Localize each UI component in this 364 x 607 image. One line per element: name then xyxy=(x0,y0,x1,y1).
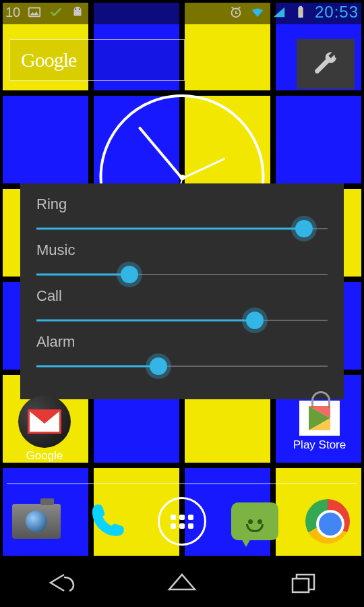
folder-icon xyxy=(18,395,71,448)
google-search-widget[interactable]: Google xyxy=(9,39,185,81)
google-folder[interactable]: Google xyxy=(11,395,78,463)
volume-label: Ring xyxy=(36,196,328,213)
svg-rect-7 xyxy=(293,579,309,592)
home-button[interactable] xyxy=(142,562,222,603)
recents-icon xyxy=(287,569,320,596)
picture-icon xyxy=(27,5,42,20)
dock xyxy=(0,491,364,552)
volume-control-widget: Ring Music Call Alarm xyxy=(20,183,344,399)
volume-label: Call xyxy=(36,287,328,305)
app-label: Google xyxy=(11,449,78,463)
android-icon xyxy=(70,5,85,20)
chrome-icon xyxy=(305,499,350,544)
notification-count: 10 xyxy=(5,5,20,20)
apps-drawer-button[interactable] xyxy=(155,494,209,548)
volume-row-ring: Ring xyxy=(36,196,328,239)
ring-volume-slider[interactable] xyxy=(36,219,328,239)
music-volume-slider[interactable] xyxy=(36,264,328,285)
messaging-icon xyxy=(231,502,278,540)
volume-row-alarm: Alarm xyxy=(36,333,328,376)
svg-rect-6 xyxy=(299,6,302,8)
alarm-volume-slider[interactable] xyxy=(36,356,328,376)
play-store-icon xyxy=(299,401,340,436)
chrome-app[interactable] xyxy=(301,494,355,548)
status-bar[interactable]: 10 20:53 xyxy=(0,0,364,24)
battery-charging-icon xyxy=(293,5,308,20)
google-search-label: Google xyxy=(21,49,76,71)
clock-hour-hand xyxy=(181,157,225,179)
camera-app[interactable] xyxy=(9,494,63,548)
call-volume-slider[interactable] xyxy=(36,310,328,330)
dock-divider xyxy=(7,483,357,484)
status-time: 20:53 xyxy=(315,3,359,22)
recents-button[interactable] xyxy=(263,562,344,603)
back-button[interactable] xyxy=(20,562,101,603)
app-label: Play Store xyxy=(286,438,353,452)
settings-shortcut-widget[interactable] xyxy=(297,39,355,89)
svg-rect-1 xyxy=(74,11,82,16)
wifi-icon xyxy=(250,5,265,20)
signal-icon xyxy=(272,5,286,20)
apps-icon xyxy=(158,497,206,546)
volume-row-music: Music xyxy=(36,241,328,285)
check-icon xyxy=(49,5,63,20)
messaging-app[interactable] xyxy=(228,494,282,548)
alarm-icon xyxy=(229,5,243,20)
volume-row-call: Call xyxy=(36,287,328,330)
svg-point-3 xyxy=(79,9,80,10)
volume-label: Alarm xyxy=(36,333,328,351)
wrench-icon xyxy=(311,50,340,78)
svg-point-2 xyxy=(75,9,77,10)
navigation-bar xyxy=(0,558,364,607)
phone-icon xyxy=(87,499,131,544)
home-icon xyxy=(165,569,199,596)
camera-icon xyxy=(12,504,61,539)
back-icon xyxy=(44,569,78,596)
play-store-app[interactable]: Play Store xyxy=(286,395,353,452)
volume-label: Music xyxy=(36,241,328,259)
clock-minute-hand xyxy=(138,126,183,179)
phone-app[interactable] xyxy=(82,494,136,548)
